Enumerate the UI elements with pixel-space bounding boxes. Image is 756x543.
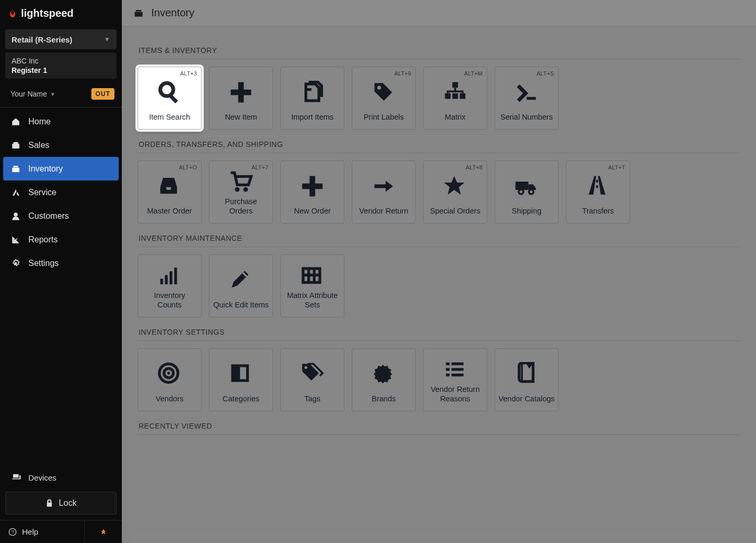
- tile-quick-edit-items[interactable]: Quick Edit Items: [209, 254, 273, 317]
- road-icon: [570, 166, 626, 207]
- svg-rect-32: [170, 271, 172, 284]
- tile-vendors[interactable]: Vendors: [138, 348, 202, 411]
- reports-icon: [10, 235, 21, 244]
- nav-item-settings[interactable]: Settings: [0, 251, 122, 275]
- tile-vendor-return-reasons[interactable]: Vendor Return Reasons: [423, 348, 487, 411]
- svg-rect-3: [14, 166, 18, 167]
- svg-rect-46: [452, 374, 464, 376]
- tile-import-items[interactable]: Import Items: [280, 67, 344, 130]
- section-divider: [138, 153, 740, 153]
- svg-point-40: [304, 366, 307, 369]
- tile-label: Vendors: [155, 395, 183, 403]
- pin-button[interactable]: [85, 520, 122, 543]
- svg-rect-33: [174, 268, 177, 284]
- tile-row: ALT+OMaster OrderALT+7Purchase OrdersNew…: [138, 161, 740, 223]
- shortcut-label: ALT+7: [251, 164, 268, 171]
- import-icon: [284, 72, 341, 113]
- svg-rect-31: [165, 275, 167, 284]
- tile-vendor-return[interactable]: Vendor Return: [352, 161, 416, 223]
- sidebar-bottom: Devices Lock: [0, 463, 122, 520]
- sales-icon: [10, 141, 21, 150]
- nav-item-inventory[interactable]: Inventory: [3, 157, 119, 180]
- pencil-icon: [213, 260, 269, 301]
- tile-matrix-attribute-sets[interactable]: Matrix Attribute Sets: [280, 254, 344, 317]
- svg-rect-45: [446, 374, 449, 376]
- settings-icon: [10, 259, 21, 268]
- shortcut-label: ALT+S: [537, 70, 554, 77]
- shortcut-label: ALT+8: [466, 164, 482, 171]
- svg-rect-17: [453, 93, 458, 99]
- tile-label: Purchase Orders: [213, 197, 269, 216]
- certificate-icon: [355, 354, 412, 395]
- tile-serial-numbers[interactable]: ALT+SSerial Numbers: [495, 67, 559, 130]
- nav-item-customers[interactable]: Customers: [0, 204, 122, 228]
- nav: HomeSalesInventoryServiceCustomersReport…: [0, 107, 122, 463]
- svg-point-26: [519, 189, 523, 194]
- svg-point-10: [160, 83, 173, 97]
- tile-transfers[interactable]: ALT+TTransfers: [566, 161, 630, 223]
- svg-rect-0: [12, 144, 19, 148]
- target-icon: [141, 354, 198, 395]
- help-button[interactable]: ? Help: [0, 520, 85, 543]
- tile-new-order[interactable]: New Order: [280, 161, 344, 223]
- company-box[interactable]: ABC Inc Register 1: [5, 52, 117, 79]
- svg-rect-18: [460, 93, 466, 99]
- out-badge[interactable]: OUT: [91, 88, 114, 100]
- register-name: Register 1: [12, 66, 110, 74]
- user-row[interactable]: Your Name ▼ OUT: [0, 82, 122, 107]
- nav-item-service[interactable]: Service: [0, 180, 122, 204]
- svg-point-27: [529, 189, 533, 194]
- section-divider: [138, 434, 740, 435]
- plus-icon: [213, 72, 269, 113]
- tile-tags[interactable]: Tags: [280, 348, 344, 411]
- tile-brands[interactable]: Brands: [352, 348, 416, 411]
- section-divider: [138, 247, 740, 247]
- tile-shipping[interactable]: Shipping: [495, 161, 559, 223]
- flame-icon: [7, 7, 18, 19]
- brand-logo[interactable]: lightspeed: [0, 0, 122, 26]
- tile-inventory-counts[interactable]: Inventory Counts: [138, 254, 202, 317]
- bars-icon: [141, 260, 198, 291]
- tile-new-item[interactable]: New Item: [209, 67, 273, 130]
- inventory-icon: [10, 164, 21, 174]
- shortcut-label: ALT+M: [464, 70, 482, 77]
- tile-row: ALT+3Item SearchNew ItemImport ItemsALT+…: [138, 67, 740, 130]
- tile-categories[interactable]: Categories: [209, 348, 273, 411]
- tile-label: Quick Edit Items: [213, 301, 269, 310]
- tile-master-order[interactable]: ALT+OMaster Order: [138, 161, 202, 223]
- product-selector[interactable]: Retail (R-Series) ▼: [5, 29, 117, 49]
- devices-link[interactable]: Devices: [4, 467, 118, 488]
- tile-item-search[interactable]: ALT+3Item Search: [138, 67, 202, 130]
- tile-print-labels[interactable]: ALT+9Print Labels: [352, 67, 416, 130]
- nav-item-home[interactable]: Home: [0, 110, 122, 133]
- sidebar: lightspeed Retail (R-Series) ▼ ABC Inc R…: [0, 0, 122, 543]
- tile-label: Vendor Return Reasons: [427, 385, 484, 403]
- lock-button[interactable]: Lock: [5, 492, 117, 515]
- tile-label: Vendor Return: [359, 207, 408, 216]
- tile-label: Print Labels: [364, 113, 404, 122]
- tile-matrix[interactable]: ALT+MMatrix: [423, 67, 487, 130]
- svg-point-14: [377, 86, 381, 90]
- svg-rect-1: [14, 142, 18, 144]
- plus-icon: [284, 166, 341, 207]
- shortcut-label: ALT+3: [180, 70, 197, 77]
- tag-icon: [355, 72, 412, 113]
- svg-rect-11: [169, 94, 178, 104]
- nav-label: Sales: [28, 141, 49, 150]
- tile-special-orders[interactable]: ALT+8Special Orders: [423, 161, 487, 223]
- nav-item-sales[interactable]: Sales: [0, 133, 122, 157]
- devices-icon: [12, 472, 21, 483]
- tile-purchase-orders[interactable]: ALT+7Purchase Orders: [209, 161, 273, 223]
- serial-icon: [498, 72, 555, 113]
- tile-label: Special Orders: [430, 207, 480, 216]
- shortcut-label: ALT+T: [608, 164, 625, 171]
- brand-name: lightspeed: [21, 7, 74, 19]
- svg-rect-44: [452, 368, 464, 370]
- help-icon: ?: [8, 528, 17, 536]
- nav-item-reports[interactable]: Reports: [0, 228, 122, 251]
- service-icon: [10, 188, 21, 197]
- svg-rect-41: [446, 362, 449, 365]
- nav-label: Inventory: [28, 164, 63, 174]
- tile-vendor-catalogs[interactable]: Vendor Catalogs: [495, 348, 559, 411]
- shortcut-label: ALT+O: [179, 164, 197, 171]
